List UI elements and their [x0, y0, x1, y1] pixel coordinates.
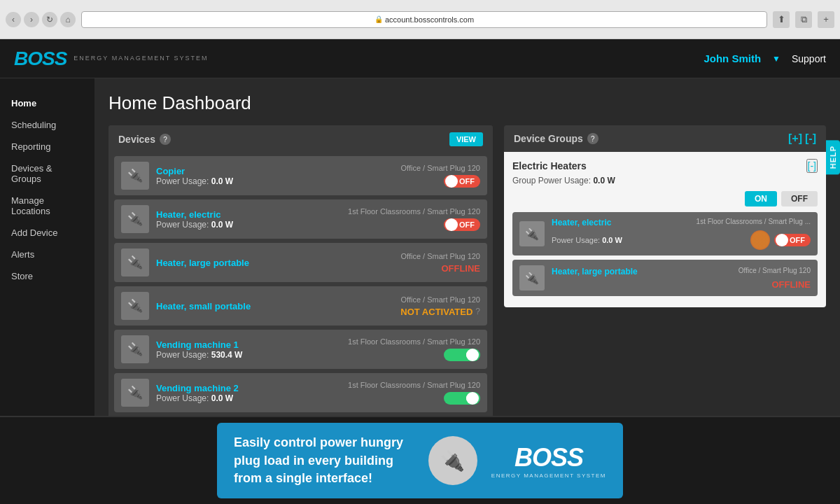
user-dropdown-arrow[interactable]: ▼ [772, 54, 780, 64]
nav-buttons: ‹ › ↻ ⌂ [6, 12, 76, 27]
device-power-heater-electric: Power Usage: 0.0 W [156, 220, 348, 230]
banner-logo-sub: Energy Management System [491, 472, 606, 479]
devices-panel: Devices ? VIEW 🔌 Copier [108, 125, 493, 416]
banner-text: Easily control power hungry plug load in… [234, 434, 414, 487]
device-left-heater-large: Heater, large portable [156, 258, 400, 268]
logo: BOSS [14, 48, 66, 70]
sidebar-item-alerts[interactable]: Alerts [0, 244, 94, 265]
device-icon-heater-large: 🔌 [121, 248, 149, 276]
url-text: account.bosscontrols.com [385, 15, 474, 24]
collapse-all-button[interactable]: [-] [805, 132, 816, 145]
toggle-off-heater-electric[interactable]: OFF [444, 218, 480, 231]
help-sidebar-tab[interactable]: HELP [826, 140, 840, 174]
browser-chrome: ‹ › ↻ ⌂ 🔒 account.bosscontrols.com ⬆ ⧉ + [0, 0, 840, 39]
group-controls: [+] [-] [788, 132, 816, 145]
device-row-content-copier: Copier Power Usage: 0.0 W Office / Smart… [156, 164, 480, 188]
device-row-content-heater-electric: Heater, electric Power Usage: 0.0 W 1st … [156, 207, 480, 231]
device-right-vending1: 1st Floor Classrooms / Smart Plug 120 ON [348, 337, 480, 361]
devices-help-badge[interactable]: ? [160, 134, 171, 145]
toggle-copier[interactable]: OFF [444, 175, 480, 188]
sidebar-item-store[interactable]: Store [0, 265, 94, 287]
device-power-copier: Power Usage: 0.0 W [156, 176, 400, 186]
sidebar-item-scheduling[interactable]: Scheduling [0, 114, 94, 136]
devices-view-button[interactable]: VIEW [449, 132, 483, 146]
device-power-vending1: Power Usage: 530.4 W [156, 350, 348, 360]
device-power-vending2: Power Usage: 0.0 W [156, 393, 348, 403]
device-left-heater-electric: Heater, electric Power Usage: 0.0 W [156, 209, 348, 230]
device-right-heater-electric: 1st Floor Classrooms / Smart Plug 120 OF… [348, 207, 480, 231]
devices-list: 🔌 Copier Power Usage: 0.0 W [108, 153, 493, 416]
sidebar-item-home[interactable]: Home [0, 92, 94, 114]
device-item-copier: 🔌 Copier Power Usage: 0.0 W [114, 156, 487, 195]
group-device-location-heater-large: Office / Smart Plug 120 [738, 267, 811, 274]
header-right: John Smith ▼ Support [704, 52, 826, 64]
expand-all-button[interactable]: [+] [788, 132, 802, 145]
group-name: Electric Heaters [512, 160, 587, 172]
toggle-heater-electric[interactable]: OFF [444, 218, 480, 231]
not-activated-help-icon[interactable]: ? [475, 307, 480, 316]
home-button[interactable]: ⌂ [60, 12, 76, 27]
sidebar-item-devices-groups[interactable]: Devices & Groups [0, 158, 94, 190]
panels-row: Devices ? VIEW 🔌 Copier [108, 125, 826, 416]
device-icon-heater-small: 🔌 [121, 292, 149, 320]
device-name-heater-small[interactable]: Heater, small portable [156, 301, 400, 312]
device-name-heater-electric[interactable]: Heater, electric [156, 209, 348, 220]
group-collapse-button[interactable]: [-] [806, 159, 818, 173]
devices-title-group: Devices ? [118, 134, 171, 145]
tabs-button[interactable]: ⧉ [795, 11, 812, 28]
lock-icon: 🔒 [374, 15, 383, 23]
devices-panel-header: Devices ? VIEW [108, 125, 493, 153]
group-on-button[interactable]: ON [745, 191, 777, 206]
support-link[interactable]: Support [792, 53, 826, 64]
group-off-button[interactable]: OFF [781, 191, 818, 206]
back-button[interactable]: ‹ [6, 12, 21, 27]
device-row-content-heater-large: Heater, large portable Office / Smart Pl… [156, 252, 480, 274]
device-name-vending1[interactable]: Vending machine 1 [156, 340, 348, 350]
device-location-vending2: 1st Floor Classrooms / Smart Plug 120 [348, 381, 480, 389]
sidebar-item-reporting[interactable]: Reporting [0, 136, 94, 158]
device-groups-help-badge[interactable]: ? [587, 133, 598, 144]
banner-inner: Easily control power hungry plug load in… [217, 423, 623, 498]
toggle-off-group-heater-electric[interactable]: OFF [774, 234, 811, 246]
device-left-copier: Copier Power Usage: 0.0 W [156, 166, 400, 186]
device-item-vending2: 🔌 Vending machine 2 Power Usage: 0.0 W [114, 373, 487, 412]
logo-subtitle: ENERGY MANAGEMENT SYSTEM [74, 55, 208, 62]
forward-button[interactable]: › [24, 12, 39, 27]
group-device-icon-heater-large: 🔌 [519, 265, 545, 290]
toggle-on-vending2[interactable]: ON [444, 392, 480, 405]
app-wrapper: BOSS ENERGY MANAGEMENT SYSTEM John Smith… [0, 39, 840, 504]
group-device-location-heater-electric: 1st Floor Classrooms / Smart Plug ... [696, 218, 811, 225]
sidebar-item-add-device[interactable]: Add Device [0, 222, 94, 244]
banner-plug-icon: 🔌 [428, 436, 477, 485]
refresh-button[interactable]: ↻ [42, 12, 57, 27]
device-row-content-vending1: Vending machine 1 Power Usage: 530.4 W 1… [156, 337, 480, 361]
device-location-heater-large: Office / Smart Plug 120 [400, 252, 480, 260]
user-name[interactable]: John Smith [704, 52, 761, 64]
sidebar-item-manage-locations[interactable]: Manage Locations [0, 190, 94, 222]
device-icon-vending2: 🔌 [121, 379, 149, 407]
device-name-vending2[interactable]: Vending machine 2 [156, 383, 348, 393]
url-bar[interactable]: 🔒 account.bosscontrols.com [81, 11, 767, 28]
page-title: Home Dashboard [108, 92, 826, 114]
device-item-heater-large: 🔌 Heater, large portable Office / Smart … [114, 243, 487, 282]
device-left-heater-small: Heater, small portable [156, 301, 400, 312]
group-device-name-heater-large[interactable]: Heater, large portable [552, 267, 638, 276]
device-icon-vending1: 🔌 [121, 335, 149, 363]
plug-icon: 🔌 [440, 449, 465, 472]
device-icon-copier: 🔌 [121, 162, 149, 190]
toggle-off-copier[interactable]: OFF [444, 175, 480, 188]
group-device-name-heater-electric[interactable]: Heater, electric [552, 218, 611, 227]
toggle-on-vending1[interactable]: ON [444, 349, 480, 361]
main-layout: Home Scheduling Reporting Devices & Grou… [0, 78, 840, 416]
group-name-row: Electric Heaters [-] [512, 159, 818, 173]
menu-button[interactable]: + [818, 11, 834, 28]
device-name-copier[interactable]: Copier [156, 166, 400, 176]
device-icon-heater-electric: 🔌 [121, 205, 149, 233]
device-location-vending1: 1st Floor Classrooms / Smart Plug 120 [348, 337, 480, 346]
device-left-vending2: Vending machine 2 Power Usage: 0.0 W [156, 383, 348, 403]
group-on-off-row: ON OFF [512, 191, 818, 206]
device-name-heater-large[interactable]: Heater, large portable [156, 258, 400, 268]
electric-heaters-group: Electric Heaters [-] Group Power Usage: … [504, 152, 826, 307]
share-button[interactable]: ⬆ [773, 11, 790, 28]
group-device-heater-large: 🔌 Heater, large portable Office / Smart … [512, 260, 818, 296]
